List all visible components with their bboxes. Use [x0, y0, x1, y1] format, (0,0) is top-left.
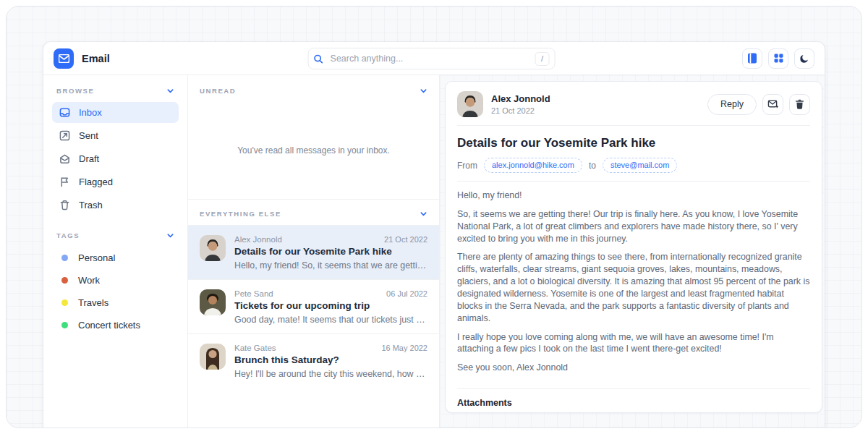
divider [457, 125, 810, 126]
chevron-down-icon[interactable] [166, 87, 174, 95]
to-email-chip[interactable]: steve@mail.com [603, 158, 677, 173]
tags-section: TAGS Personal Work Travels [52, 229, 179, 336]
tag-item-concert-tickets[interactable]: Concert tickets [52, 314, 179, 336]
sidebar-item-flagged[interactable]: Flagged [52, 171, 179, 192]
flag-icon [59, 176, 70, 187]
tag-item-travels[interactable]: Travels [52, 292, 179, 314]
chevron-down-icon[interactable] [420, 210, 427, 218]
email-detail-card: Alex Jonnold 21 Oct 2022 Reply [445, 81, 822, 413]
everything-else-label: EVERYTHING ELSE [200, 210, 281, 218]
email-preview: Hello, my friend! So, it seems that we a… [234, 260, 427, 271]
sent-icon [59, 130, 70, 141]
browse-section-header[interactable]: BROWSE [52, 84, 179, 96]
reading-pane: Alex Jonnold 21 Oct 2022 Reply [440, 75, 825, 428]
sidebar-item-label: Draft [79, 153, 99, 164]
email-date: 06 Jul 2022 [386, 289, 427, 298]
detail-header: Alex Jonnold 21 Oct 2022 Reply [457, 91, 810, 117]
email-list-item[interactable]: Kate Gates 16 May 2022 Brunch this Satur… [188, 333, 439, 388]
moon-icon [799, 54, 809, 64]
search-bar[interactable]: / [308, 48, 556, 69]
to-label: to [589, 161, 596, 171]
chevron-down-icon[interactable] [166, 231, 174, 239]
body-paragraph: See you soon, Alex Jonnold [457, 362, 810, 374]
email-list-item[interactable]: Alex Jonnold 21 Oct 2022 Details for our… [188, 225, 439, 279]
sidebar: BROWSE Inbox Sent Draft Flagged [43, 75, 188, 428]
body-paragraph: So, it seems we are getting there! Our t… [457, 208, 810, 245]
chevron-down-icon[interactable] [420, 87, 427, 95]
tag-color-dot [61, 299, 68, 306]
notebook-button[interactable] [742, 48, 762, 69]
apps-grid-button[interactable] [768, 48, 788, 69]
body-paragraph: There are plenty of amazing things to se… [457, 251, 810, 324]
detail-sender-name: Alex Jonnold [491, 93, 550, 104]
avatar [200, 289, 226, 315]
delete-button[interactable] [789, 94, 810, 115]
avatar [200, 235, 226, 261]
tags-label: TAGS [56, 231, 80, 239]
email-app-window: Email / [43, 42, 825, 428]
email-preview: Good day, mate! It seems that our ticket… [234, 315, 427, 325]
tag-color-dot [61, 255, 68, 261]
dark-mode-toggle[interactable] [794, 48, 814, 69]
detail-actions: Reply [707, 94, 810, 115]
from-label: From [457, 161, 477, 171]
notebook-icon [747, 53, 757, 64]
tag-label: Personal [78, 252, 115, 263]
email-preview: Hey! I'll be around the city this weeken… [234, 369, 427, 379]
body-paragraph: I really hope you love coming along with… [457, 331, 810, 356]
sidebar-item-sent[interactable]: Sent [52, 125, 179, 146]
email-body: Hello, my friend! So, it seems we are ge… [457, 190, 810, 380]
trash-icon [795, 99, 804, 109]
inbox-icon [59, 107, 70, 118]
detail-sent-date: 21 Oct 2022 [491, 106, 550, 115]
tag-label: Work [78, 275, 100, 286]
tag-item-personal[interactable]: Personal [52, 247, 179, 269]
sidebar-item-label: Sent [79, 130, 98, 141]
unread-label: UNREAD [200, 87, 236, 95]
reply-button[interactable]: Reply [707, 94, 757, 115]
detail-subject: Details for our Yosemite Park hike [457, 136, 810, 150]
email-list-item[interactable]: Pete Sand 06 Jul 2022 Tickets for our up… [188, 279, 439, 333]
email-date: 21 Oct 2022 [384, 235, 427, 244]
email-logo-icon [54, 48, 74, 69]
from-email-chip[interactable]: alex.jonnold@hike.com [484, 158, 582, 173]
trash-icon [59, 200, 70, 210]
message-list: UNREAD You've read all messages in your … [188, 75, 440, 428]
email-date: 16 May 2022 [381, 344, 427, 352]
email-subject: Brunch this Saturday? [234, 354, 427, 365]
unread-empty-message: You've read all messages in your inbox. [188, 102, 439, 199]
avatar [457, 91, 483, 117]
tags-section-header[interactable]: TAGS [52, 229, 179, 241]
email-sender: Pete Sand [234, 289, 273, 298]
from-to-row: From alex.jonnold@hike.com to steve@mail… [457, 158, 810, 173]
tag-color-dot [61, 277, 68, 284]
email-sender: Kate Gates [234, 344, 276, 352]
search-shortcut-key: / [535, 52, 550, 66]
forward-button[interactable] [762, 94, 783, 115]
top-bar: Email / [43, 42, 825, 75]
tag-color-dot [61, 322, 68, 328]
tag-item-work[interactable]: Work [52, 269, 179, 292]
sidebar-item-trash[interactable]: Trash [52, 195, 179, 216]
attachments-heading: Attachments [457, 398, 810, 408]
email-sender: Alex Jonnold [234, 235, 282, 244]
sidebar-item-label: Trash [79, 200, 103, 210]
tag-label: Concert tickets [78, 320, 140, 331]
search-icon [314, 54, 323, 64]
main-columns: BROWSE Inbox Sent Draft Flagged [43, 75, 825, 428]
search-input[interactable] [329, 53, 529, 64]
sidebar-item-draft[interactable]: Draft [52, 148, 179, 169]
everything-else-section-header[interactable]: EVERYTHING ELSE [188, 199, 439, 225]
email-subject: Details for our Yosemite Park hike [234, 246, 427, 257]
email-subject: Tickets for our upcoming trip [234, 300, 427, 311]
tag-label: Travels [78, 297, 109, 308]
unread-section-header[interactable]: UNREAD [188, 75, 439, 102]
sidebar-item-label: Flagged [79, 176, 113, 187]
sidebar-item-inbox[interactable]: Inbox [52, 102, 179, 123]
apps-grid-icon [774, 54, 783, 63]
body-paragraph: Hello, my friend! [457, 190, 810, 202]
top-actions [742, 48, 814, 69]
divider [457, 181, 810, 182]
envelope-plus-icon [767, 99, 778, 109]
browse-label: BROWSE [56, 87, 94, 95]
